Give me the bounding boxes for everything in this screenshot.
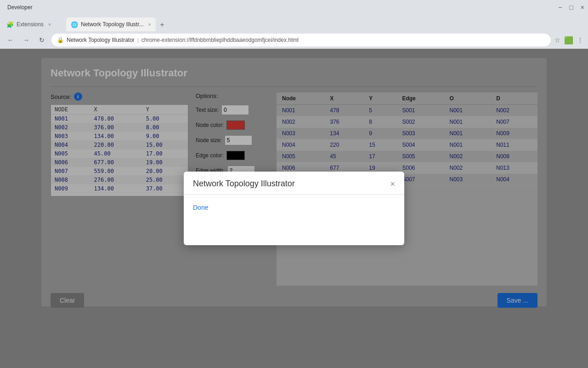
network-favicon: 🌐 (71, 21, 78, 28)
tab-extensions-label: Extensions (17, 21, 44, 28)
maximize-button[interactable]: □ (569, 4, 573, 11)
tab-network-close[interactable]: × (148, 22, 151, 27)
address-url-text: chrome-extension://lffdnbbmblieplhddbaae… (141, 37, 299, 43)
address-bar-actions: ☆ 🟩 ⋮ (554, 36, 583, 45)
modal-body: Done (184, 195, 404, 220)
developer-label: Developer (7, 4, 33, 11)
back-button[interactable]: ← (5, 34, 17, 46)
extensions-favicon: 🧩 (6, 21, 14, 28)
address-bar-container: ← → ↻ 🔒 Network Topology Illustrator | c… (0, 31, 588, 49)
bookmark-icon[interactable]: ☆ (554, 36, 560, 44)
browser-tabs: 🧩 Extensions × 🌐 Network Topology Illust… (0, 15, 588, 31)
new-tab-button[interactable]: + (156, 18, 169, 31)
forward-button[interactable]: → (20, 34, 32, 46)
tab-network-label: Network Topology Illustr... (81, 21, 144, 28)
titlebar-left: Developer (4, 4, 33, 11)
modal-header: Network Topology Illustrator × (184, 172, 404, 195)
modal-dialog: Network Topology Illustrator × Done (184, 172, 404, 245)
modal-title: Network Topology Illustrator (193, 179, 295, 189)
tab-extensions[interactable]: 🧩 Extensions × (2, 17, 66, 31)
address-bar[interactable]: 🔒 Network Topology Illustrator | chrome-… (51, 34, 551, 46)
app-area: Network Topology Illustrator Source: i N… (0, 49, 588, 368)
window-close-button[interactable]: × (581, 4, 584, 11)
modal-overlay: Network Topology Illustrator × Done (0, 49, 588, 368)
tab-extensions-close[interactable]: × (48, 22, 51, 27)
minimize-button[interactable]: − (558, 4, 562, 11)
secure-icon: 🔒 (57, 37, 64, 43)
reload-button[interactable]: ↻ (36, 34, 48, 46)
modal-done-button[interactable]: Done (193, 204, 208, 211)
tab-network-topology[interactable]: 🌐 Network Topology Illustr... × (66, 17, 156, 31)
address-site-name: Network Topology Illustrator (67, 37, 135, 43)
titlebar-right: − □ × (558, 4, 584, 11)
browser-titlebar: Developer − □ × (0, 0, 588, 15)
extension-icon[interactable]: 🟩 (564, 36, 573, 45)
menu-icon[interactable]: ⋮ (577, 36, 583, 44)
modal-close-button[interactable]: × (390, 180, 395, 188)
